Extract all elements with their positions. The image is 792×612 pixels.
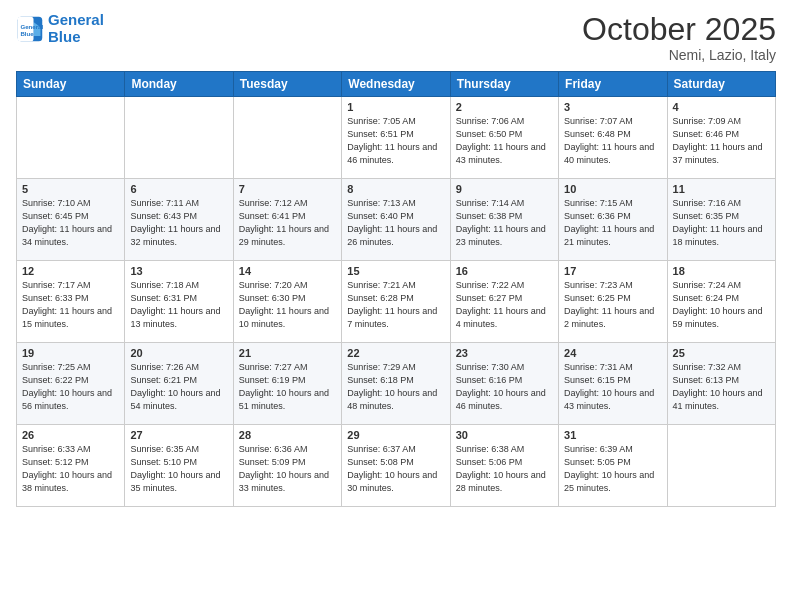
day-number: 30 [456,429,553,441]
table-row [125,97,233,179]
col-tuesday: Tuesday [233,72,341,97]
table-row: 21Sunrise: 7:27 AM Sunset: 6:19 PM Dayli… [233,343,341,425]
table-row: 25Sunrise: 7:32 AM Sunset: 6:13 PM Dayli… [667,343,775,425]
day-number: 10 [564,183,661,195]
day-number: 13 [130,265,227,277]
day-number: 24 [564,347,661,359]
location: Nemi, Lazio, Italy [582,47,776,63]
page: General Blue General Blue October 2025 N… [0,0,792,612]
table-row [17,97,125,179]
day-number: 27 [130,429,227,441]
col-friday: Friday [559,72,667,97]
day-info: Sunrise: 7:18 AM Sunset: 6:31 PM Dayligh… [130,279,227,331]
day-number: 31 [564,429,661,441]
table-row: 16Sunrise: 7:22 AM Sunset: 6:27 PM Dayli… [450,261,558,343]
day-number: 14 [239,265,336,277]
table-row: 12Sunrise: 7:17 AM Sunset: 6:33 PM Dayli… [17,261,125,343]
table-row: 28Sunrise: 6:36 AM Sunset: 5:09 PM Dayli… [233,425,341,507]
logo: General Blue General Blue [16,12,104,45]
table-row: 4Sunrise: 7:09 AM Sunset: 6:46 PM Daylig… [667,97,775,179]
table-row: 11Sunrise: 7:16 AM Sunset: 6:35 PM Dayli… [667,179,775,261]
day-info: Sunrise: 7:21 AM Sunset: 6:28 PM Dayligh… [347,279,444,331]
day-info: Sunrise: 7:07 AM Sunset: 6:48 PM Dayligh… [564,115,661,167]
table-row [667,425,775,507]
logo-text: General Blue [48,12,104,45]
col-thursday: Thursday [450,72,558,97]
month-title: October 2025 [582,12,776,47]
day-info: Sunrise: 6:39 AM Sunset: 5:05 PM Dayligh… [564,443,661,495]
table-row: 14Sunrise: 7:20 AM Sunset: 6:30 PM Dayli… [233,261,341,343]
day-info: Sunrise: 7:15 AM Sunset: 6:36 PM Dayligh… [564,197,661,249]
table-row: 17Sunrise: 7:23 AM Sunset: 6:25 PM Dayli… [559,261,667,343]
day-number: 25 [673,347,770,359]
table-row: 13Sunrise: 7:18 AM Sunset: 6:31 PM Dayli… [125,261,233,343]
col-saturday: Saturday [667,72,775,97]
day-number: 7 [239,183,336,195]
day-info: Sunrise: 7:17 AM Sunset: 6:33 PM Dayligh… [22,279,119,331]
day-info: Sunrise: 7:10 AM Sunset: 6:45 PM Dayligh… [22,197,119,249]
svg-text:General: General [20,23,43,30]
logo-line2: Blue [48,28,81,45]
day-number: 15 [347,265,444,277]
logo-line1: General [48,11,104,28]
day-info: Sunrise: 7:32 AM Sunset: 6:13 PM Dayligh… [673,361,770,413]
day-number: 17 [564,265,661,277]
table-row: 24Sunrise: 7:31 AM Sunset: 6:15 PM Dayli… [559,343,667,425]
day-number: 5 [22,183,119,195]
header: General Blue General Blue October 2025 N… [16,12,776,63]
day-info: Sunrise: 7:24 AM Sunset: 6:24 PM Dayligh… [673,279,770,331]
day-info: Sunrise: 6:37 AM Sunset: 5:08 PM Dayligh… [347,443,444,495]
day-number: 23 [456,347,553,359]
day-number: 9 [456,183,553,195]
day-info: Sunrise: 7:23 AM Sunset: 6:25 PM Dayligh… [564,279,661,331]
table-row: 6Sunrise: 7:11 AM Sunset: 6:43 PM Daylig… [125,179,233,261]
day-number: 4 [673,101,770,113]
table-row: 3Sunrise: 7:07 AM Sunset: 6:48 PM Daylig… [559,97,667,179]
table-row: 26Sunrise: 6:33 AM Sunset: 5:12 PM Dayli… [17,425,125,507]
day-number: 2 [456,101,553,113]
day-info: Sunrise: 7:11 AM Sunset: 6:43 PM Dayligh… [130,197,227,249]
table-row: 20Sunrise: 7:26 AM Sunset: 6:21 PM Dayli… [125,343,233,425]
day-info: Sunrise: 6:35 AM Sunset: 5:10 PM Dayligh… [130,443,227,495]
day-number: 6 [130,183,227,195]
table-row: 1Sunrise: 7:05 AM Sunset: 6:51 PM Daylig… [342,97,450,179]
day-number: 21 [239,347,336,359]
table-row: 31Sunrise: 6:39 AM Sunset: 5:05 PM Dayli… [559,425,667,507]
day-number: 18 [673,265,770,277]
day-info: Sunrise: 7:20 AM Sunset: 6:30 PM Dayligh… [239,279,336,331]
day-info: Sunrise: 7:12 AM Sunset: 6:41 PM Dayligh… [239,197,336,249]
table-row: 8Sunrise: 7:13 AM Sunset: 6:40 PM Daylig… [342,179,450,261]
day-number: 19 [22,347,119,359]
day-info: Sunrise: 7:25 AM Sunset: 6:22 PM Dayligh… [22,361,119,413]
table-row: 5Sunrise: 7:10 AM Sunset: 6:45 PM Daylig… [17,179,125,261]
day-number: 26 [22,429,119,441]
day-info: Sunrise: 7:09 AM Sunset: 6:46 PM Dayligh… [673,115,770,167]
day-number: 11 [673,183,770,195]
day-info: Sunrise: 7:29 AM Sunset: 6:18 PM Dayligh… [347,361,444,413]
table-row: 2Sunrise: 7:06 AM Sunset: 6:50 PM Daylig… [450,97,558,179]
day-info: Sunrise: 7:27 AM Sunset: 6:19 PM Dayligh… [239,361,336,413]
day-number: 29 [347,429,444,441]
day-info: Sunrise: 7:26 AM Sunset: 6:21 PM Dayligh… [130,361,227,413]
calendar-header-row: Sunday Monday Tuesday Wednesday Thursday… [17,72,776,97]
day-info: Sunrise: 7:16 AM Sunset: 6:35 PM Dayligh… [673,197,770,249]
day-info: Sunrise: 6:36 AM Sunset: 5:09 PM Dayligh… [239,443,336,495]
day-info: Sunrise: 6:33 AM Sunset: 5:12 PM Dayligh… [22,443,119,495]
table-row: 23Sunrise: 7:30 AM Sunset: 6:16 PM Dayli… [450,343,558,425]
table-row [233,97,341,179]
day-number: 8 [347,183,444,195]
col-sunday: Sunday [17,72,125,97]
table-row: 18Sunrise: 7:24 AM Sunset: 6:24 PM Dayli… [667,261,775,343]
day-info: Sunrise: 7:05 AM Sunset: 6:51 PM Dayligh… [347,115,444,167]
day-info: Sunrise: 6:38 AM Sunset: 5:06 PM Dayligh… [456,443,553,495]
day-info: Sunrise: 7:31 AM Sunset: 6:15 PM Dayligh… [564,361,661,413]
table-row: 19Sunrise: 7:25 AM Sunset: 6:22 PM Dayli… [17,343,125,425]
day-number: 12 [22,265,119,277]
table-row: 9Sunrise: 7:14 AM Sunset: 6:38 PM Daylig… [450,179,558,261]
day-info: Sunrise: 7:30 AM Sunset: 6:16 PM Dayligh… [456,361,553,413]
table-row: 10Sunrise: 7:15 AM Sunset: 6:36 PM Dayli… [559,179,667,261]
day-number: 16 [456,265,553,277]
table-row: 27Sunrise: 6:35 AM Sunset: 5:10 PM Dayli… [125,425,233,507]
col-wednesday: Wednesday [342,72,450,97]
svg-text:Blue: Blue [20,30,34,37]
